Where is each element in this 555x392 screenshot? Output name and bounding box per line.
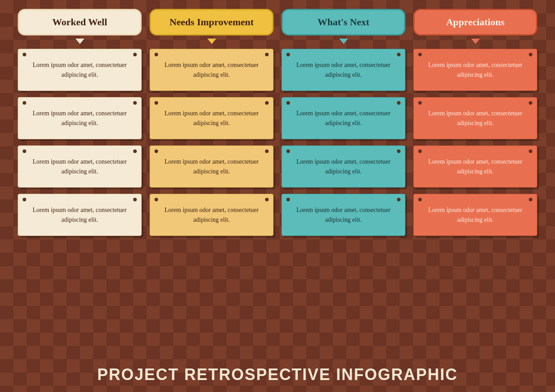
bubble-appreciations: Appreciations: [413, 9, 537, 35]
card-worked-well-3: Lorem ipsum odor amet, consectetuer adip…: [18, 145, 142, 188]
card-text: Lorem ipsum odor amet, consectetuer adip…: [159, 60, 264, 79]
cards-needs-improvement: Lorem ipsum odor amet, consectetuer adip…: [150, 49, 274, 236]
card-worked-well-1: Lorem ipsum odor amet, consectetuer adip…: [18, 49, 142, 91]
main-container: Worked Well Lorem ipsum odor amet, conse…: [0, 0, 555, 392]
card-text: Lorem ipsum odor amet, consectetuer adip…: [291, 60, 396, 79]
card-text: Lorem ipsum odor amet, consectetuer adip…: [423, 157, 528, 176]
cards-whats-next: Lorem ipsum odor amet, consectetuer adip…: [281, 49, 405, 236]
card-text: Lorem ipsum odor amet, consectetuer adip…: [291, 109, 396, 128]
card-whats-next-2: Lorem ipsum odor amet, consectetuer adip…: [281, 97, 405, 139]
card-text: Lorem ipsum odor amet, consectetuer adip…: [27, 109, 132, 128]
bubble-appreciations-label: Appreciations: [446, 16, 505, 27]
card-needs-improvement-3: Lorem ipsum odor amet, consectetuer adip…: [150, 145, 274, 188]
card-whats-next-4: Lorem ipsum odor amet, consectetuer adip…: [281, 194, 405, 236]
card-worked-well-2: Lorem ipsum odor amet, consectetuer adip…: [18, 97, 142, 139]
card-text: Lorem ipsum odor amet, consectetuer adip…: [159, 157, 264, 176]
card-text: Lorem ipsum odor amet, consectetuer adip…: [423, 205, 528, 224]
card-text: Lorem ipsum odor amet, consectetuer adip…: [27, 60, 132, 79]
card-needs-improvement-4: Lorem ipsum odor amet, consectetuer adip…: [150, 194, 274, 236]
column-worked-well: Worked Well Lorem ipsum odor amet, conse…: [18, 9, 142, 357]
bubble-needs-improvement: Needs Improvement: [150, 9, 274, 35]
card-appreciations-3: Lorem ipsum odor amet, consectetuer adip…: [413, 145, 537, 188]
footer-title: PROJECT RETROSPECTIVE INFOGRAPHIC: [18, 357, 537, 388]
card-worked-well-4: Lorem ipsum odor amet, consectetuer adip…: [18, 194, 142, 236]
card-text: Lorem ipsum odor amet, consectetuer adip…: [159, 109, 264, 128]
bubble-worked-well-label: Worked Well: [52, 16, 107, 27]
bubble-whats-next-label: What's Next: [317, 16, 369, 27]
column-needs-improvement: Needs Improvement Lorem ipsum odor amet,…: [150, 9, 274, 357]
card-whats-next-1: Lorem ipsum odor amet, consectetuer adip…: [281, 49, 405, 91]
columns-area: Worked Well Lorem ipsum odor amet, conse…: [18, 9, 537, 357]
background: Worked Well Lorem ipsum odor amet, conse…: [0, 0, 555, 392]
card-text: Lorem ipsum odor amet, consectetuer adip…: [291, 157, 396, 176]
cards-appreciations: Lorem ipsum odor amet, consectetuer adip…: [413, 49, 537, 236]
card-text: Lorem ipsum odor amet, consectetuer adip…: [27, 157, 132, 176]
card-text: Lorem ipsum odor amet, consectetuer adip…: [423, 109, 528, 128]
cards-worked-well: Lorem ipsum odor amet, consectetuer adip…: [18, 49, 142, 236]
card-needs-improvement-1: Lorem ipsum odor amet, consectetuer adip…: [150, 49, 274, 91]
bubble-worked-well: Worked Well: [18, 9, 142, 35]
card-text: Lorem ipsum odor amet, consectetuer adip…: [291, 205, 396, 224]
card-appreciations-4: Lorem ipsum odor amet, consectetuer adip…: [413, 194, 537, 236]
bubble-needs-improvement-label: Needs Improvement: [170, 16, 254, 27]
card-whats-next-3: Lorem ipsum odor amet, consectetuer adip…: [281, 145, 405, 188]
column-appreciations: Appreciations Lorem ipsum odor amet, con…: [413, 9, 537, 357]
card-text: Lorem ipsum odor amet, consectetuer adip…: [27, 205, 132, 224]
card-text: Lorem ipsum odor amet, consectetuer adip…: [423, 60, 528, 79]
card-needs-improvement-2: Lorem ipsum odor amet, consectetuer adip…: [150, 97, 274, 139]
card-appreciations-2: Lorem ipsum odor amet, consectetuer adip…: [413, 97, 537, 139]
column-whats-next: What's Next Lorem ipsum odor amet, conse…: [281, 9, 405, 357]
bubble-whats-next: What's Next: [281, 9, 405, 35]
card-appreciations-1: Lorem ipsum odor amet, consectetuer adip…: [413, 49, 537, 91]
card-text: Lorem ipsum odor amet, consectetuer adip…: [159, 205, 264, 224]
